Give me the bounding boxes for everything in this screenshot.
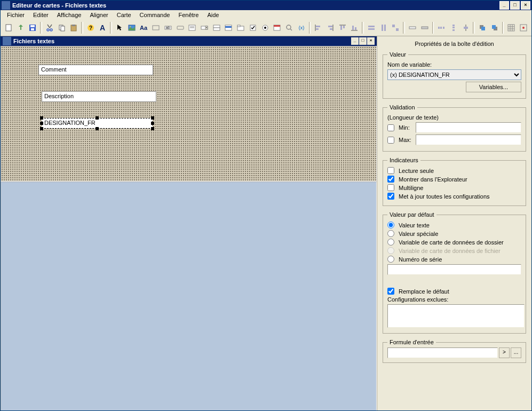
- explorer-checkbox[interactable]: [387, 176, 394, 183]
- font-icon[interactable]: A: [97, 21, 109, 34]
- paste-icon[interactable]: [68, 21, 80, 34]
- default-text-input[interactable]: [387, 264, 521, 275]
- resize-handle[interactable]: [151, 127, 154, 130]
- align-bottom-icon[interactable]: [349, 21, 361, 34]
- search-icon[interactable]: [283, 21, 295, 34]
- radio-file-label: Variable de carte de données de fichier: [399, 248, 501, 254]
- same-width-icon[interactable]: [366, 21, 377, 34]
- resize-handle[interactable]: [40, 127, 43, 130]
- variables-button[interactable]: Variables...: [466, 82, 521, 92]
- menu-fichier[interactable]: Fichier: [3, 11, 29, 19]
- radio-special[interactable]: [387, 230, 394, 237]
- resize-handle[interactable]: [40, 116, 43, 120]
- text-icon[interactable]: Aa: [138, 21, 150, 34]
- radio-folder[interactable]: [387, 239, 394, 246]
- same-height-icon[interactable]: [378, 21, 390, 34]
- validation-sub: (Longueur de texte): [387, 114, 439, 121]
- svg-rect-53: [382, 25, 383, 31]
- menu-affichage[interactable]: Affichage: [53, 11, 86, 19]
- send-back-icon[interactable]: [489, 21, 501, 34]
- multiline-checkbox[interactable]: [387, 184, 394, 191]
- close-button[interactable]: ×: [521, 1, 530, 10]
- field-description[interactable]: Description: [42, 91, 156, 102]
- svg-text:A: A: [100, 23, 105, 32]
- resize-handle[interactable]: [96, 116, 99, 120]
- copy-icon[interactable]: [56, 21, 68, 34]
- resize-handle[interactable]: [40, 122, 43, 125]
- align-left-icon[interactable]: [312, 21, 324, 34]
- min-input[interactable]: [416, 122, 521, 133]
- menu-commande[interactable]: Commande: [136, 11, 174, 19]
- svg-rect-43: [328, 26, 332, 27]
- field-comment[interactable]: Comment: [38, 65, 153, 75]
- hdist-icon[interactable]: [435, 21, 447, 34]
- checkbox-icon[interactable]: [247, 21, 259, 34]
- minimize-button[interactable]: _: [499, 1, 509, 10]
- date-icon[interactable]: [271, 21, 283, 34]
- doc-close[interactable]: ×: [367, 37, 375, 45]
- pointer-icon[interactable]: [114, 21, 125, 34]
- svg-rect-52: [368, 28, 375, 30]
- formula-browse-button[interactable]: ...: [511, 347, 521, 358]
- grid-icon[interactable]: [505, 21, 517, 34]
- radio-serial[interactable]: [387, 256, 394, 263]
- menu-carte[interactable]: Carte: [113, 11, 136, 19]
- canvas-grid[interactable]: Comment Description DESIGNATION_FR: [1, 46, 377, 181]
- formula-expand-button[interactable]: >: [499, 347, 510, 358]
- replace-checkbox[interactable]: [387, 288, 394, 295]
- tab-icon[interactable]: [235, 21, 247, 34]
- variable-select[interactable]: (x) DESIGNATION_FR: [387, 69, 521, 80]
- vdist-icon[interactable]: [448, 21, 459, 34]
- align-right-icon[interactable]: [324, 21, 336, 34]
- group-formule: Formule d'entrée > ...: [383, 339, 526, 363]
- doc-minimize[interactable]: _: [351, 37, 359, 45]
- resize-handle[interactable]: [151, 116, 154, 120]
- field-1-icon[interactable]: [407, 21, 418, 34]
- properties-panel: Propriétés de la boîte d'édition Valeur …: [377, 36, 531, 411]
- image-icon[interactable]: [126, 21, 138, 34]
- center-h-icon[interactable]: [460, 21, 472, 34]
- dropdown-icon[interactable]: [211, 21, 223, 34]
- max-input[interactable]: [416, 135, 521, 145]
- radio-icon[interactable]: [259, 21, 271, 34]
- svg-rect-66: [464, 27, 468, 29]
- resize-handle[interactable]: [96, 127, 99, 130]
- cut-icon[interactable]: [44, 21, 55, 34]
- svg-text:(x): (x): [299, 25, 305, 30]
- svg-point-5: [50, 29, 52, 31]
- menu-fenetre[interactable]: Fenêtre: [174, 11, 203, 19]
- button-icon[interactable]: [174, 21, 186, 34]
- listbox-icon[interactable]: [223, 21, 235, 34]
- edit-field-icon[interactable]: ab: [162, 21, 174, 34]
- formula-input[interactable]: [387, 347, 498, 358]
- doc-maximize[interactable]: □: [359, 37, 367, 45]
- group-defaut: Valeur par défaut Valeur texte Valeur sp…: [383, 211, 526, 334]
- svg-rect-41: [316, 28, 319, 30]
- combobox-icon[interactable]: [198, 21, 210, 34]
- variable-icon[interactable]: (x): [296, 21, 307, 34]
- import-icon[interactable]: [15, 21, 27, 34]
- help-icon[interactable]: ?: [85, 21, 97, 34]
- same-size-icon[interactable]: [390, 21, 402, 34]
- updateall-checkbox[interactable]: [387, 193, 394, 200]
- readonly-checkbox[interactable]: [387, 167, 394, 174]
- menu-editer[interactable]: Editer: [29, 11, 53, 19]
- svg-rect-49: [352, 26, 354, 30]
- bring-front-icon[interactable]: [477, 21, 488, 34]
- menu-aligner[interactable]: Aligner: [85, 11, 112, 19]
- field-2-icon[interactable]: [419, 21, 431, 34]
- maximize-button[interactable]: □: [510, 1, 520, 10]
- snap-icon[interactable]: [518, 21, 529, 34]
- save-icon[interactable]: [27, 21, 38, 34]
- min-checkbox[interactable]: [387, 124, 394, 131]
- radio-text[interactable]: [387, 222, 394, 228]
- window-controls: _ □ ×: [499, 1, 530, 10]
- align-top-icon[interactable]: [337, 21, 348, 34]
- menu-aide[interactable]: Aide: [203, 11, 223, 19]
- max-checkbox[interactable]: [387, 137, 394, 144]
- new-icon[interactable]: [3, 21, 14, 34]
- textarea-icon[interactable]: [186, 21, 198, 34]
- resize-handle[interactable]: [151, 122, 154, 125]
- exclues-textarea[interactable]: [387, 304, 525, 328]
- frame-icon[interactable]: [150, 21, 162, 34]
